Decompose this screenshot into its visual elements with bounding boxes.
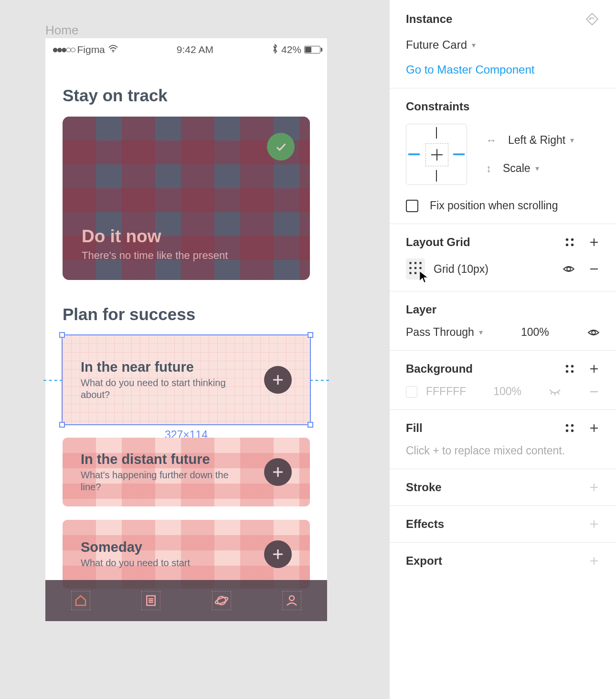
resize-handle[interactable] [59,332,65,338]
add-background-button[interactable] [588,363,600,375]
style-button[interactable] [564,237,575,247]
bluetooth-icon [272,43,278,56]
remove-background-button[interactable] [588,386,600,398]
remove-grid-button[interactable] [588,263,600,275]
svg-rect-14 [419,262,421,264]
section-fill: Fill Click + to replace mixed content. [390,410,616,469]
layer-opacity-input[interactable]: 100% [521,326,549,339]
add-effect-button[interactable] [588,518,600,530]
svg-point-23 [566,365,569,368]
svg-point-9 [571,238,574,241]
style-button[interactable] [564,423,575,433]
svg-rect-19 [414,272,416,274]
vertical-icon: ↕ [486,162,491,175]
tab-bar [45,580,327,621]
eye-icon [563,263,575,275]
card-title: Someday [81,539,190,555]
svg-point-0 [112,51,114,52]
minus-icon [588,386,600,398]
constraint-vertical-select[interactable]: ↕ Scale▾ [486,162,574,175]
resize-handle[interactable] [59,422,65,428]
alignment-guide [43,380,63,381]
eye-icon [587,326,600,339]
signal-dots-icon: ●●●○○ [52,43,74,56]
future-card-near[interactable]: In the near future What do you need to s… [63,335,310,424]
eye-closed-icon [549,387,561,396]
blend-mode-value: Pass Through [406,326,474,339]
component-name: Future Card [406,38,467,52]
svg-point-27 [566,424,569,427]
grid-type-button[interactable] [406,258,425,280]
section-title-plan: Plan for success [63,305,327,324]
section-layout-grid: Layout Grid Gri [390,224,616,291]
add-button[interactable] [264,540,292,568]
tab-explore[interactable] [212,591,231,610]
svg-point-26 [571,370,574,373]
add-button[interactable] [264,458,292,486]
svg-rect-16 [414,267,416,269]
frame-label[interactable]: Home [45,23,78,38]
svg-point-24 [571,365,574,368]
svg-point-7 [289,596,294,601]
toggle-visibility-button[interactable] [563,263,575,275]
tab-profile[interactable] [282,591,301,610]
toggle-visibility-button[interactable] [587,326,600,339]
hero-title: Do it now [82,226,291,247]
go-to-master-link[interactable]: Go to Master Component [406,63,534,76]
check-badge[interactable] [267,133,295,161]
constraint-v-value: Scale [503,162,531,175]
properties-panel: Instance Future Card ▾ Go to Master Comp… [389,0,616,699]
chevron-down-icon: ▾ [472,41,476,50]
fix-position-label: Fix position when scrolling [430,199,558,212]
chevron-down-icon: ▾ [570,136,574,145]
add-grid-button[interactable] [588,237,600,248]
constraint-horizontal-select[interactable]: ↔ Left & Right▾ [486,134,574,147]
hero-subtitle: There's no time like the present [82,249,291,262]
future-card-distant[interactable]: In the distant future What's happening f… [63,438,310,506]
tab-home[interactable] [71,591,90,610]
four-dots-icon [564,423,575,433]
hero-card[interactable]: Do it now There's no time like the prese… [63,117,310,280]
component-select[interactable]: Future Card ▾ [406,38,600,52]
background-hex-input[interactable]: FFFFFF [426,385,466,398]
battery-percent: 42% [281,44,301,55]
add-fill-button[interactable] [588,422,600,434]
horizontal-icon: ↔ [486,134,497,147]
section-title-track: Stay on track [63,86,327,105]
resize-handle[interactable] [308,422,313,428]
resize-handle[interactable] [308,332,313,338]
card-subtitle: What do you need to start thinking about… [81,377,234,401]
svg-rect-18 [409,272,411,274]
status-bar: ●●●○○ Figma 9:42 AM 42% [45,38,327,61]
add-stroke-button[interactable] [588,482,600,493]
toggle-visibility-button[interactable] [549,387,561,396]
tab-list[interactable] [141,591,160,610]
chevron-down-icon: ▾ [479,328,483,337]
add-export-button[interactable] [588,555,600,567]
style-button[interactable] [564,364,575,374]
design-canvas[interactable]: Home ●●●○○ Figma 9:42 AM 42% Stay on tra… [0,0,389,699]
constraint-diagram[interactable] [406,124,467,185]
add-button[interactable] [264,366,292,394]
section-export: Export [390,543,616,579]
svg-rect-17 [419,267,421,269]
selected-layer[interactable]: In the near future What do you need to s… [63,335,310,424]
plus-icon [271,465,285,479]
plus-icon [588,422,600,434]
color-swatch[interactable] [406,386,417,398]
wifi-icon [108,44,118,55]
future-card-someday[interactable]: Someday What do you need to start [63,520,310,589]
fix-position-checkbox[interactable]: Fix position when scrolling [406,199,600,212]
section-layer: Layer Pass Through ▾ 100% [390,291,616,351]
section-header-instance: Instance [406,12,452,26]
home-icon [74,593,88,608]
grid-item-label[interactable]: Grid (10px) [434,263,489,276]
blend-mode-select[interactable]: Pass Through ▾ [406,326,483,339]
section-effects: Effects [390,506,616,543]
frame-home[interactable]: ●●●○○ Figma 9:42 AM 42% Stay on track [45,38,327,621]
background-opacity-input[interactable]: 100% [493,385,521,398]
reset-overrides-button[interactable] [584,11,600,27]
svg-point-8 [566,238,569,241]
section-header-layout-grid: Layout Grid [406,236,470,249]
user-icon [285,593,299,608]
